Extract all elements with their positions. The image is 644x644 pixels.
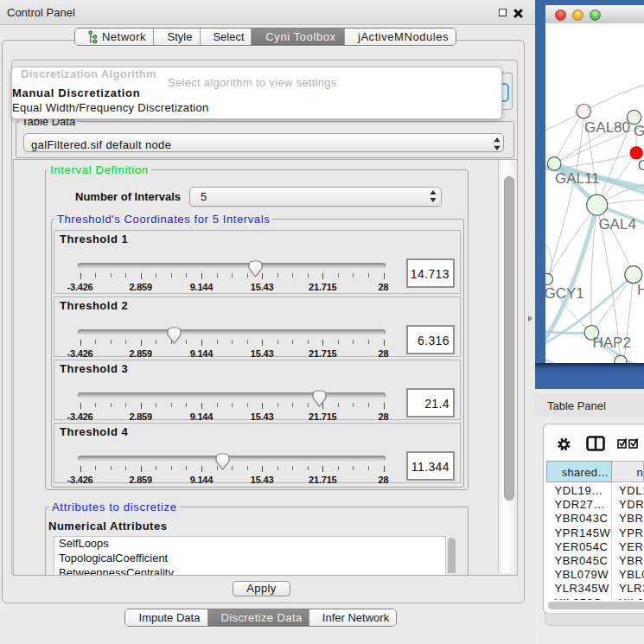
svg-text:GAL80: GAL80 — [584, 119, 630, 136]
svg-text:HAP2: HAP2 — [593, 335, 631, 351]
svg-text:C: C — [638, 157, 644, 174]
svg-text:GAL11: GAL11 — [555, 170, 600, 187]
svg-text:H: H — [637, 282, 644, 298]
svg-text:GAL4: GAL4 — [598, 216, 635, 233]
svg-text:GCY1: GCY1 — [545, 285, 584, 302]
svg-text:GA: GA — [634, 123, 644, 139]
